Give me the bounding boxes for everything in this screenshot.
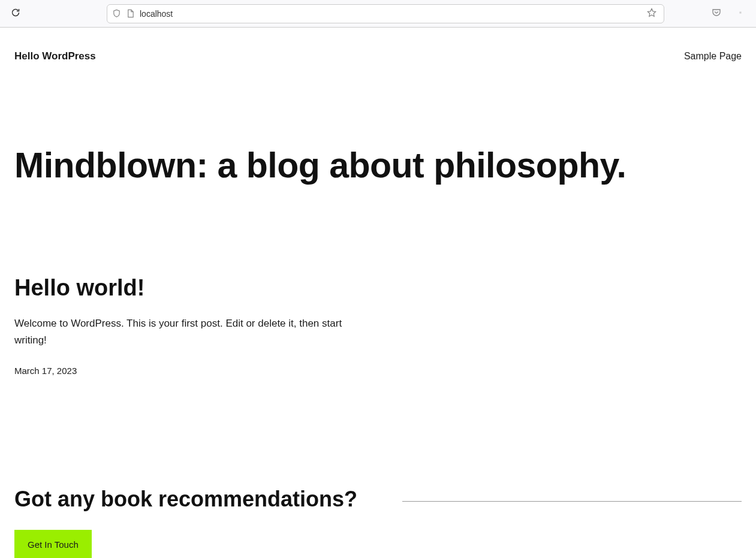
hamburger-icon: [739, 8, 742, 19]
url-input[interactable]: [140, 9, 640, 19]
shield-icon: [112, 9, 121, 18]
reload-button[interactable]: [7, 5, 24, 22]
toolbar-right: [708, 5, 749, 22]
site-title-link[interactable]: Hello WordPress: [14, 50, 96, 62]
menu-button[interactable]: [732, 5, 749, 22]
cta-left: Got any book recommendations? Get In Tou…: [14, 487, 378, 558]
get-in-touch-button[interactable]: Get In Touch: [14, 530, 92, 558]
post-title[interactable]: Hello world!: [14, 275, 357, 301]
page-icon: [126, 9, 135, 18]
post-date: March 17, 2023: [14, 366, 357, 376]
browser-toolbar: [0, 0, 756, 28]
reload-icon: [11, 8, 20, 19]
address-bar[interactable]: [107, 4, 664, 23]
post-item: Hello world! Welcome to WordPress. This …: [14, 275, 357, 376]
posts-list: Hello world! Welcome to WordPress. This …: [0, 185, 372, 376]
post-excerpt: Welcome to WordPress. This is your first…: [14, 315, 357, 349]
bookmark-button[interactable]: [644, 7, 659, 21]
site-header: Hello WordPress Sample Page: [0, 28, 756, 80]
hero-section: Mindblown: a blog about philosophy.: [0, 80, 756, 185]
cta-title: Got any book recommendations?: [14, 487, 378, 512]
hero-title: Mindblown: a blog about philosophy.: [14, 146, 742, 185]
pocket-icon: [712, 8, 721, 19]
nav-link-sample-page[interactable]: Sample Page: [684, 51, 742, 61]
pocket-button[interactable]: [708, 5, 725, 22]
cta-divider: [402, 501, 742, 502]
cta-section: Got any book recommendations? Get In Tou…: [0, 376, 756, 558]
star-icon: [647, 8, 656, 19]
page-content: Hello WordPress Sample Page Mindblown: a…: [0, 28, 756, 558]
primary-nav: Sample Page: [684, 51, 742, 62]
